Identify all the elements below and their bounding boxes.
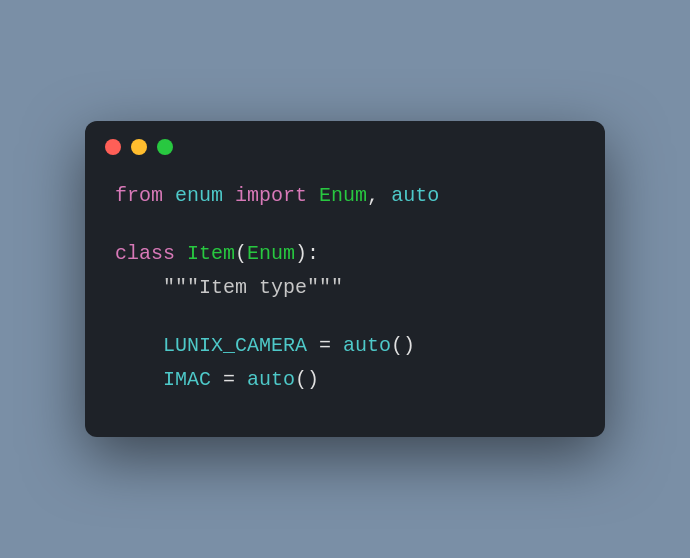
code-editor: from enum import Enum, auto class Item(E… [85,169,605,437]
title-bar [85,121,605,169]
code-line-1: from enum import Enum, auto [115,179,575,213]
blank-line-2 [115,305,575,329]
code-window: from enum import Enum, auto class Item(E… [85,121,605,437]
code-line-6: LUNIX_CAMERA = auto() [115,329,575,363]
close-button[interactable] [105,139,121,155]
maximize-button[interactable] [157,139,173,155]
code-line-7: IMAC = auto() [115,363,575,397]
code-line-3: class Item(Enum): [115,237,575,271]
blank-line-1 [115,213,575,237]
minimize-button[interactable] [131,139,147,155]
code-line-4: """Item type""" [115,271,575,305]
